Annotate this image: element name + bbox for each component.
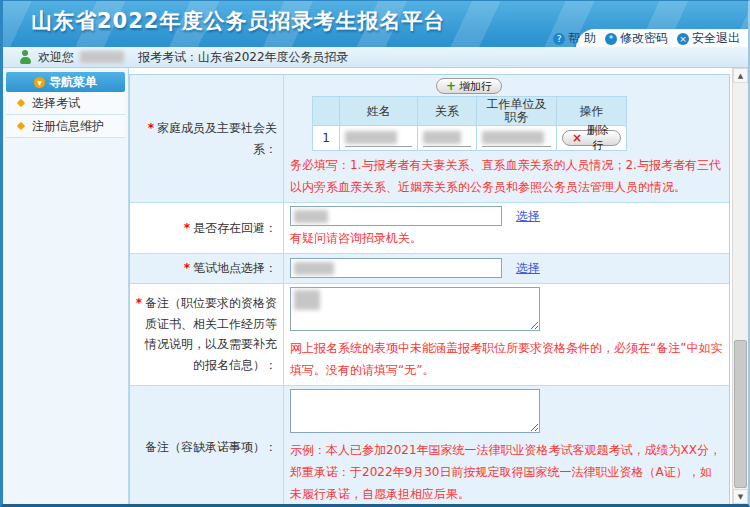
header-bar: 山东省2022年度公务员招录考生报名平台 ? 帮 助 * 修改密码 × 安全退出	[3, 1, 748, 47]
remark-note: 网上报名系统的表项中未能涵盖报考职位所要求资格条件的，必须在“备注”中如实填写。…	[290, 337, 723, 381]
family-note: 务必填写：1.与报考者有夫妻关系、直系血亲关系的人员情况；2.与报考者有三代以内…	[290, 154, 723, 198]
family-table: 姓名 关系 工作单位及职务 操作 1	[312, 96, 627, 151]
test-location-label: *笔试地点选择：	[130, 254, 284, 282]
family-table-header-row: 姓名 关系 工作单位及职务 操作	[313, 97, 627, 126]
delete-x-icon: ×	[572, 132, 582, 144]
sidebar-item-registration-info[interactable]: 注册信息维护	[6, 115, 125, 138]
add-row-button[interactable]: + 增加行	[436, 78, 502, 94]
user-name-redacted	[80, 51, 124, 63]
key-icon: *	[605, 33, 617, 45]
help-icon: ?	[553, 33, 565, 45]
diamond-bullet-icon	[17, 122, 25, 130]
remark-textarea[interactable]	[290, 287, 540, 331]
row-index: 1	[313, 126, 340, 151]
remark-label: *备注（职位要求的资格资质证书、相关工作经历等情况说明，以及需要补充的报名信息）…	[130, 284, 284, 385]
diamond-bullet-icon	[17, 99, 25, 107]
col-header-relation: 关系	[418, 97, 477, 126]
test-location-input[interactable]	[290, 258, 502, 278]
family-name-input[interactable]	[345, 130, 412, 147]
commitment-textarea[interactable]	[290, 389, 540, 433]
logout-link[interactable]: × 安全退出	[677, 30, 740, 47]
commitment-label: 备注（容缺承诺事项）：	[130, 386, 284, 507]
family-table-row: 1 × 删除行	[313, 126, 627, 151]
family-work-unit-input[interactable]	[482, 130, 551, 147]
header-links-band: ? 帮 助 * 修改密码 × 安全退出	[576, 29, 748, 47]
scroll-up-arrow-icon[interactable]: ▲	[733, 68, 748, 83]
change-password-link[interactable]: * 修改密码	[605, 30, 668, 47]
main-content: *家庭成员及主要社会关系： + 增加行 姓名	[129, 68, 732, 504]
scroll-down-arrow-icon[interactable]: ▼	[733, 489, 748, 504]
form-row-remark: *备注（职位要求的资格资质证书、相关工作经历等情况说明，以及需要补充的报名信息）…	[130, 284, 729, 386]
family-relation-input[interactable]	[423, 130, 471, 147]
welcome-greeting: 欢迎您	[38, 49, 74, 66]
welcome-bar: 欢迎您 报考考试：山东省2022年度公务员招录	[3, 47, 748, 68]
registration-form: *家庭成员及主要社会关系： + 增加行 姓名	[129, 74, 730, 507]
avoidance-note: 有疑问请咨询招录机关。	[290, 227, 723, 249]
form-row-avoidance: *是否存在回避： 选择 有疑问请咨询招录机关。	[130, 203, 729, 254]
sidebar-item-select-exam[interactable]: 选择考试	[6, 92, 125, 115]
col-header-operation: 操作	[557, 97, 627, 126]
avoidance-label: *是否存在回避：	[130, 203, 284, 253]
form-row-test-location: *笔试地点选择： 选择	[130, 254, 729, 283]
sidebar: ▼ 导航菜单 选择考试 注册信息维护	[3, 68, 129, 504]
scrollbar-thumb[interactable]	[734, 340, 747, 488]
user-avatar-icon	[19, 50, 32, 64]
exam-label: 报考考试：山东省2022年度公务员招录	[138, 49, 349, 66]
nav-menu-header[interactable]: ▼ 导航菜单	[6, 72, 125, 92]
registration-platform-page: 山东省2022年度公务员招录考生报名平台 ? 帮 助 * 修改密码 × 安全退出…	[0, 0, 750, 507]
remark-redacted-content	[294, 290, 320, 310]
plus-icon: +	[446, 80, 456, 92]
delete-row-button[interactable]: × 删除行	[562, 130, 621, 146]
col-header-name: 姓名	[340, 97, 418, 126]
avoidance-input[interactable]	[290, 206, 502, 226]
vertical-scrollbar: ▲ ▼	[732, 68, 748, 504]
col-header-work-unit: 工作单位及职务	[477, 97, 557, 126]
test-location-select-link[interactable]: 选择	[516, 260, 540, 277]
family-label: *家庭成员及主要社会关系：	[130, 75, 284, 202]
power-icon: ×	[677, 33, 689, 45]
commitment-note: 示例：本人已参加2021年国家统一法律职业资格考试客观题考试，成绩为XX分，郑重…	[290, 439, 723, 505]
help-link[interactable]: ? 帮 助	[553, 30, 596, 47]
form-row-commitment: 备注（容缺承诺事项）： 示例：本人已参加2021年国家统一法律职业资格考试客观题…	[130, 386, 729, 507]
collapse-arrow-icon: ▼	[34, 77, 45, 88]
avoidance-select-link[interactable]: 选择	[516, 208, 540, 225]
form-row-family: *家庭成员及主要社会关系： + 增加行 姓名	[130, 75, 729, 203]
